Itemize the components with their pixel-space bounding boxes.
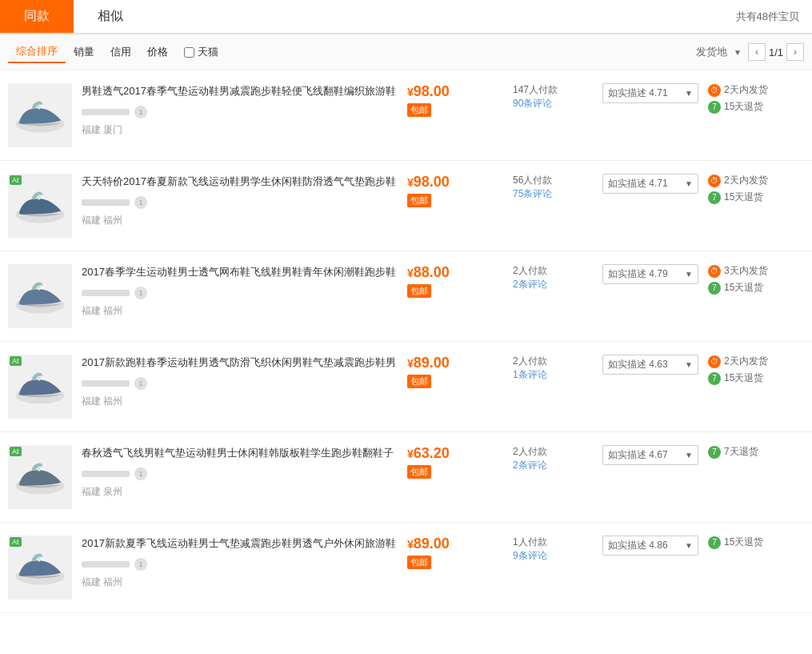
rating-dropdown[interactable]: 如实描述 4.67 ▼ <box>602 445 698 465</box>
product-sales: 2人付款 2条评论 <box>513 445 593 472</box>
seller-info: 1 <box>82 558 398 571</box>
product-title[interactable]: 天天特价2017春夏新款飞线运动鞋男学生休闲鞋防滑透气气垫跑步鞋 <box>82 174 398 190</box>
review-link[interactable]: 75条评论 <box>513 188 552 199</box>
ship-days-item: ⏱ 2天内发货 <box>708 355 804 368</box>
next-page-button[interactable]: › <box>786 43 804 61</box>
return-icon: 7 <box>708 536 721 549</box>
rating-dropdown[interactable]: 如实描述 4.71 ▼ <box>602 83 698 103</box>
product-location: 福建 福州 <box>82 214 398 227</box>
price-value: ¥89.00 <box>407 355 503 371</box>
review-link[interactable]: 2条评论 <box>513 459 547 471</box>
tab-similar[interactable]: 相似 <box>74 0 147 33</box>
seller-bar <box>82 380 130 387</box>
bao-badge: 包邮 <box>407 103 431 117</box>
sales-count: 1人付款 <box>513 536 593 549</box>
seller-level: 1 <box>134 558 147 571</box>
sort-price[interactable]: 价格 <box>139 42 176 62</box>
product-badge: At <box>10 356 22 366</box>
return-days-item: 7 15天退货 <box>708 191 804 204</box>
sort-sales[interactable]: 销量 <box>66 42 102 62</box>
price-symbol: ¥ <box>407 267 414 279</box>
product-image: At <box>8 355 72 419</box>
product-title[interactable]: 2017新款跑鞋春季运动鞋男透气防滑飞织休闲男鞋气垫减震跑步鞋男 <box>82 355 398 371</box>
origin-label[interactable]: 发货地 <box>696 45 727 59</box>
rating-label: 如实描述 4.67 <box>608 448 668 462</box>
product-sales: 56人付款 75条评论 <box>513 174 593 201</box>
product-image: At <box>8 174 72 238</box>
product-title[interactable]: 男鞋透气2017春季气垫运动鞋男减震跑步鞋轻便飞线翻鞋编织旅游鞋 <box>82 83 398 99</box>
prev-page-button[interactable]: ‹ <box>748 43 766 61</box>
sales-count: 2人付款 <box>513 445 593 459</box>
ship-days-label: 2天内发货 <box>724 83 768 97</box>
seller-level: 1 <box>134 377 147 390</box>
product-title[interactable]: 2017春季学生运动鞋男士透气网布鞋飞线鞋男鞋青年休闲潮鞋跑步鞋 <box>82 264 398 280</box>
sort-tmall[interactable]: 天猫 <box>176 42 226 62</box>
sort-comprehensive[interactable]: 综合排序 <box>8 41 66 63</box>
rating-label: 如实描述 4.71 <box>608 86 668 100</box>
seller-bar <box>82 561 130 568</box>
origin-down-icon: ▼ <box>734 48 742 57</box>
rating-dropdown[interactable]: 如实描述 4.63 ▼ <box>602 355 698 375</box>
product-title[interactable]: 春秋透气飞线男鞋气垫运动鞋男士休闲鞋韩版板鞋学生跑步鞋翻鞋子 <box>82 445 398 461</box>
price-value: ¥88.00 <box>407 264 503 281</box>
product-sales: 1人付款 9条评论 <box>513 536 593 563</box>
ship-days-item: ⏱ 3天内发货 <box>708 264 804 278</box>
ship-days-label: 2天内发货 <box>724 174 768 187</box>
price-value: ¥63.20 <box>407 445 503 462</box>
review-link[interactable]: 9条评论 <box>513 550 547 561</box>
product-info: 春秋透气飞线男鞋气垫运动鞋男士休闲鞋韩版板鞋学生跑步鞋翻鞋子 1 福建 泉州 <box>82 445 398 499</box>
return-days-label: 15天退货 <box>724 281 763 295</box>
rating-dropdown-icon: ▼ <box>685 541 693 550</box>
seller-info: 1 <box>82 196 398 209</box>
ship-days-item: ⏱ 2天内发货 <box>708 174 804 187</box>
rating-dropdown[interactable]: 如实描述 4.79 ▼ <box>602 264 698 284</box>
ship-icon: ⏱ <box>708 175 721 187</box>
bao-badge: 包邮 <box>407 556 431 569</box>
return-icon: 7 <box>708 191 721 204</box>
seller-info: 1 <box>82 106 398 118</box>
ship-icon: ⏱ <box>708 265 721 278</box>
seller-bar <box>82 290 130 296</box>
product-title[interactable]: 2017新款夏季飞线运动鞋男士气垫减震跑步鞋男透气户外休闲旅游鞋 <box>82 536 398 552</box>
sort-credit[interactable]: 信用 <box>102 42 139 62</box>
product-image <box>8 264 72 328</box>
return-icon: 7 <box>708 372 721 385</box>
rating-dropdown-icon: ▼ <box>685 179 693 188</box>
bao-badge: 包邮 <box>407 375 431 388</box>
product-badge: At <box>10 447 22 456</box>
seller-bar <box>82 199 130 206</box>
review-link[interactable]: 2条评论 <box>513 279 547 290</box>
page-info: 1/1 <box>769 46 783 58</box>
product-service: ⏱ 2天内发货 7 15天退货 <box>708 83 804 117</box>
price-symbol: ¥ <box>407 176 414 189</box>
total-count: 共有48件宝贝 <box>736 10 812 24</box>
bao-badge: 包邮 <box>407 194 431 207</box>
product-info: 2017新款夏季飞线运动鞋男士气垫减震跑步鞋男透气户外休闲旅游鞋 1 福建 福州 <box>82 536 398 589</box>
product-service: ⏱ 3天内发货 7 15天退货 <box>708 264 804 298</box>
rating-label: 如实描述 4.63 <box>608 358 668 371</box>
product-rating: 如实描述 4.71 ▼ <box>602 174 698 194</box>
product-info: 男鞋透气2017春季气垫运动鞋男减震跑步鞋轻便飞线翻鞋编织旅游鞋 1 福建 厦门 <box>82 83 398 137</box>
tab-same[interactable]: 同款 <box>0 0 74 33</box>
price-value: ¥98.00 <box>407 174 503 191</box>
rating-dropdown[interactable]: 如实描述 4.86 ▼ <box>602 536 698 556</box>
product-sales: 147人付款 90条评论 <box>513 83 593 110</box>
seller-level: 1 <box>134 467 147 480</box>
bao-badge: 包邮 <box>407 284 431 298</box>
product-location: 福建 厦门 <box>82 123 398 137</box>
tmall-checkbox[interactable] <box>184 47 194 58</box>
product-rating: 如实描述 4.79 ▼ <box>602 264 698 284</box>
seller-level: 1 <box>134 287 147 299</box>
rating-dropdown[interactable]: 如实描述 4.71 ▼ <box>602 174 698 194</box>
table-row: 2017春季学生运动鞋男士透气网布鞋飞线鞋男鞋青年休闲潮鞋跑步鞋 1 福建 福州… <box>0 251 812 342</box>
product-image: At <box>8 536 72 600</box>
product-rating: 如实描述 4.86 ▼ <box>602 536 698 556</box>
return-days-label: 15天退货 <box>724 100 763 114</box>
price-symbol: ¥ <box>407 538 414 551</box>
rating-label: 如实描述 4.86 <box>608 539 668 552</box>
rating-label: 如实描述 4.71 <box>608 177 668 191</box>
product-info: 2017春季学生运动鞋男士透气网布鞋飞线鞋男鞋青年休闲潮鞋跑步鞋 1 福建 福州 <box>82 264 398 318</box>
review-link[interactable]: 90条评论 <box>513 98 552 109</box>
review-link[interactable]: 1条评论 <box>513 369 547 380</box>
seller-bar <box>82 471 130 477</box>
